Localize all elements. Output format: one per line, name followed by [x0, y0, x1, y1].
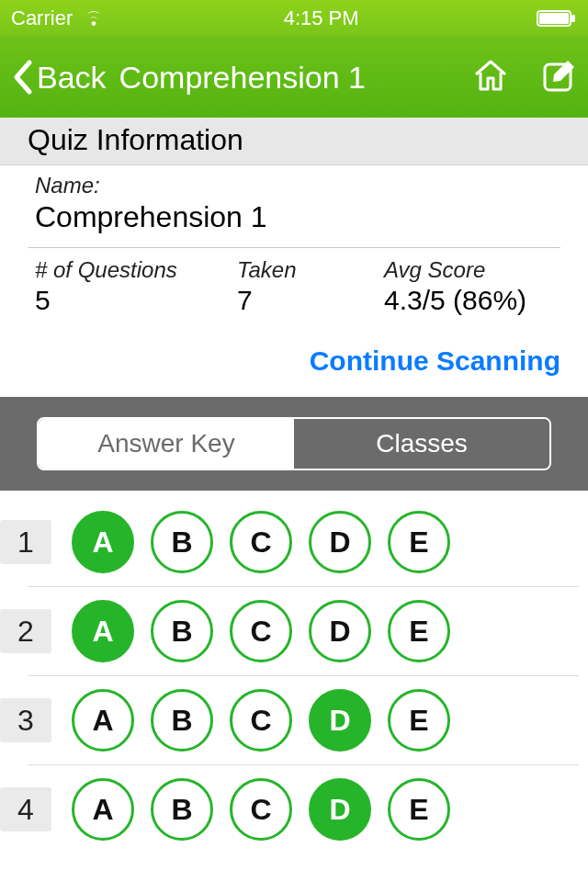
- answer-bubble-e[interactable]: E: [388, 600, 450, 662]
- answer-bubble-c[interactable]: C: [230, 511, 292, 573]
- answer-bubble-d[interactable]: D: [309, 600, 371, 662]
- answer-bubble-b[interactable]: B: [151, 778, 213, 841]
- section-header: Quiz Information: [0, 118, 588, 165]
- answer-bubble-a[interactable]: A: [72, 778, 134, 841]
- back-label: Back: [37, 60, 107, 96]
- answer-options: ABCDE: [72, 689, 450, 752]
- question-number: 4: [0, 787, 51, 831]
- answer-row: 1ABCDE: [28, 498, 579, 587]
- answer-bubble-a[interactable]: A: [72, 689, 134, 752]
- page-title: Comprehension 1: [119, 60, 472, 96]
- svg-rect-2: [571, 15, 575, 22]
- battery-icon: [537, 9, 577, 28]
- back-button[interactable]: Back: [11, 59, 107, 96]
- divider: [28, 247, 560, 248]
- answer-bubble-a[interactable]: A: [72, 600, 134, 662]
- home-icon[interactable]: [472, 58, 509, 96]
- answer-bubble-e[interactable]: E: [388, 511, 450, 573]
- segmented-control: Answer Key Classes: [37, 417, 551, 470]
- wifi-icon: [82, 9, 106, 28]
- answer-row: 4ABCDE: [28, 765, 579, 854]
- tab-answer-key[interactable]: Answer Key: [39, 419, 294, 469]
- stat-taken-label: Taken: [237, 257, 366, 283]
- stat-questions-label: # of Questions: [35, 257, 219, 283]
- answer-bubble-c[interactable]: C: [230, 689, 292, 752]
- answer-row: 2ABCDE: [28, 587, 579, 676]
- answer-key-list: 1ABCDE2ABCDE3ABCDE4ABCDE: [0, 491, 588, 854]
- answer-bubble-e[interactable]: E: [388, 689, 450, 752]
- stat-questions-value: 5: [35, 285, 219, 316]
- answer-row: 3ABCDE: [28, 676, 579, 765]
- nav-bar: Back Comprehension 1: [0, 37, 588, 118]
- question-number: 3: [0, 698, 51, 742]
- tab-classes[interactable]: Classes: [294, 419, 549, 469]
- answer-bubble-d[interactable]: D: [309, 511, 371, 573]
- continue-scanning-link[interactable]: Continue Scanning: [0, 329, 588, 397]
- answer-bubble-d[interactable]: D: [309, 689, 371, 752]
- name-label: Name:: [35, 173, 560, 198]
- answer-bubble-a[interactable]: A: [72, 511, 134, 573]
- answer-bubble-c[interactable]: C: [230, 600, 292, 662]
- answer-bubble-b[interactable]: B: [151, 689, 213, 752]
- answer-bubble-b[interactable]: B: [151, 600, 213, 662]
- answer-bubble-d[interactable]: D: [309, 778, 371, 841]
- status-bar: Carrier 4:15 PM: [0, 0, 588, 37]
- answer-bubble-c[interactable]: C: [230, 778, 292, 841]
- carrier-label: Carrier: [11, 6, 73, 30]
- quiz-name: Comprehension 1: [35, 200, 560, 234]
- stat-taken-value: 7: [237, 285, 366, 316]
- answer-options: ABCDE: [72, 511, 450, 573]
- svg-rect-1: [539, 13, 569, 24]
- clock: 4:15 PM: [284, 6, 359, 30]
- segmented-container: Answer Key Classes: [0, 397, 588, 491]
- answer-options: ABCDE: [72, 600, 450, 662]
- quiz-info-panel: Name: Comprehension 1 # of Questions 5 T…: [0, 165, 588, 329]
- answer-bubble-b[interactable]: B: [151, 511, 213, 573]
- answer-bubble-e[interactable]: E: [388, 778, 450, 841]
- answer-options: ABCDE: [72, 778, 450, 841]
- question-number: 1: [0, 520, 51, 564]
- compose-icon[interactable]: [542, 58, 577, 96]
- stat-avg-value: 4.3/5 (86%): [384, 285, 526, 316]
- stat-avg-label: Avg Score: [384, 257, 526, 283]
- question-number: 2: [0, 609, 51, 653]
- chevron-left-icon: [11, 59, 33, 96]
